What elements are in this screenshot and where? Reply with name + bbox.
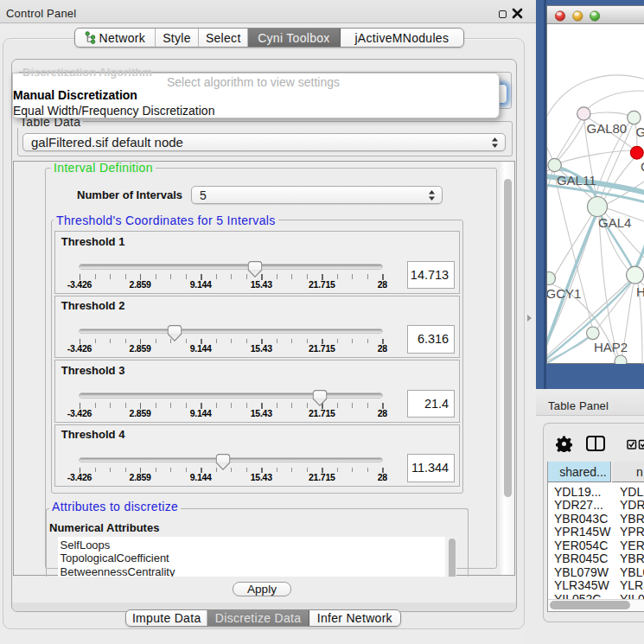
- svg-text:GCY1: GCY1: [547, 286, 581, 301]
- svg-text:GA: GA: [635, 124, 644, 139]
- svg-text:H: H: [636, 284, 644, 299]
- svg-text:HAP2: HAP2: [594, 340, 628, 354]
- svg-text:GAL4: GAL4: [598, 215, 631, 230]
- svg-text:GAL80: GAL80: [587, 121, 628, 136]
- svg-text:C: C: [641, 159, 644, 174]
- svg-text:GAL11: GAL11: [557, 173, 596, 188]
